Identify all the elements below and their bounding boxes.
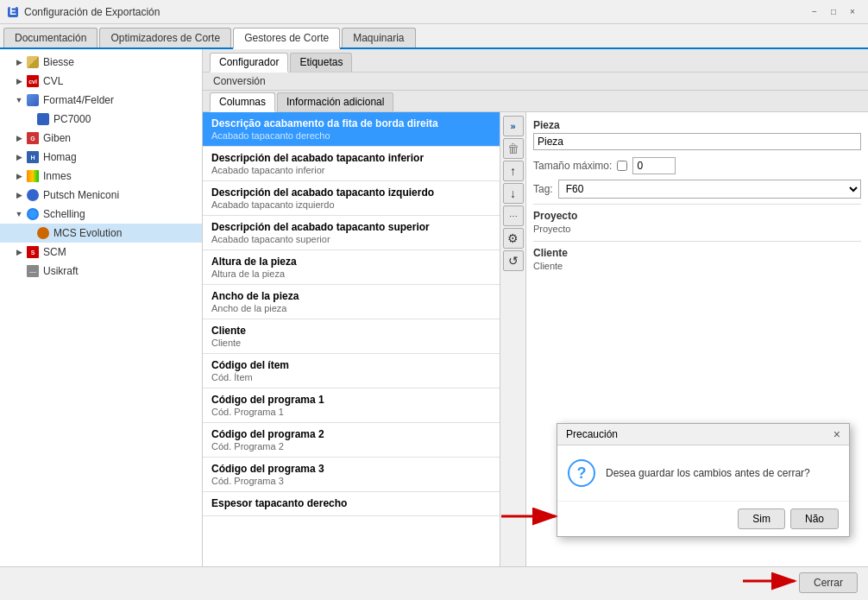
btn-settings[interactable]: ⚙ — [503, 228, 524, 249]
column-item-col9[interactable]: Código del programa 1 Cód. Programa 1 — [203, 388, 500, 423]
sidebar-label-putsch: Putsch Meniconi — [43, 189, 119, 201]
field-size-row: Tamaño máximo: — [533, 157, 861, 174]
dialog-sim-button[interactable]: Sim — [738, 508, 785, 529]
btn-delete[interactable]: 🗑 — [503, 138, 524, 159]
inner-tabs: Columnas Información adicional — [203, 91, 868, 112]
window-title: Configuración de Exportación — [24, 6, 806, 18]
sidebar-item-pc7000[interactable]: PC7000 — [0, 110, 202, 129]
format4-icon — [26, 93, 40, 107]
inner-tab-columnas[interactable]: Columnas — [210, 92, 275, 112]
dialog-close-button[interactable]: × — [833, 428, 840, 440]
sidebar-label-biesse: Biesse — [43, 56, 74, 68]
col-sub-col10: Cód. Programa 2 — [211, 441, 491, 452]
divider2 — [533, 241, 861, 242]
col-name-col11: Código del programa 3 — [211, 463, 491, 475]
column-item-col10[interactable]: Código del programa 2 Cód. Programa 2 — [203, 423, 500, 458]
field-project-row: Proyecto Proyecto — [533, 210, 861, 234]
col-name-col4: Descripción del acabado tapacanto superi… — [211, 221, 491, 233]
divider1 — [533, 204, 861, 205]
tab-maquinaria[interactable]: Maquinaria — [342, 28, 415, 47]
pc7000-icon — [36, 112, 50, 126]
btn-double-right[interactable]: » — [503, 116, 524, 136]
sidebar-label-mcs: MCS Evolution — [53, 227, 122, 239]
sidebar-item-format4[interactable]: Format4/Felder — [0, 91, 202, 110]
bottom-bar: Cerrar — [0, 566, 868, 597]
dialog-title-text: Precaución — [566, 428, 618, 440]
sidebar-item-biesse[interactable]: Biesse — [0, 53, 202, 72]
close-button[interactable]: × — [844, 3, 861, 21]
biesse-icon — [26, 55, 40, 69]
sidebar-item-giben[interactable]: G Giben — [0, 129, 202, 148]
column-item-col7[interactable]: Cliente Cliente — [203, 319, 500, 354]
action-buttons: » 🗑 ↑ ↓ ⋯ ⚙ ↺ — [500, 112, 526, 566]
dialog-nao-button[interactable]: Não — [790, 508, 839, 529]
col-sub-col2: Acabado tapacanto inferior — [211, 165, 491, 175]
btn-refresh[interactable]: ↺ — [503, 250, 524, 271]
tree-arrow-homag — [14, 153, 24, 161]
dialog: Precaución × ? Desea guardar los cambios… — [557, 423, 850, 537]
sidebar-label-usikraft: Usikraft — [43, 265, 79, 277]
homag-icon: H — [26, 150, 40, 164]
dialog-warning-icon: ? — [568, 459, 595, 487]
column-item-col11[interactable]: Código del programa 3 Cód. Programa 3 — [203, 458, 500, 492]
size-input[interactable] — [632, 157, 676, 174]
sidebar-item-putsch[interactable]: Putsch Meniconi — [0, 186, 202, 205]
sidebar-label-pc7000: PC7000 — [53, 113, 91, 125]
field-name-input[interactable] — [533, 133, 861, 150]
column-item-col2[interactable]: Descripción del acabado tapacanto inferi… — [203, 147, 500, 181]
tree-arrow-biesse — [14, 58, 24, 66]
sidebar-label-homag: Homag — [43, 151, 77, 163]
sidebar-label-inmes: Inmes — [43, 170, 72, 182]
column-item-col6[interactable]: Ancho de la pieza Ancho de la pieza — [203, 285, 500, 319]
dialog-body: ? Desea guardar los cambios antes de cer… — [557, 445, 849, 501]
sidebar-item-scm[interactable]: S SCM — [0, 243, 202, 262]
btn-down[interactable]: ↓ — [503, 183, 524, 204]
tag-label: Tag: — [533, 183, 553, 195]
column-item-col3[interactable]: Descripción del acabado tapacanto izquie… — [203, 181, 500, 216]
tab-optimizadores[interactable]: Optimizadores de Corte — [99, 28, 231, 47]
tab-documentacion[interactable]: Documentación — [3, 28, 97, 47]
tab-gestores[interactable]: Gestores de Corte — [233, 28, 340, 49]
sidebar-item-homag[interactable]: H Homag — [0, 148, 202, 167]
col-sub-col5: Altura de la pieza — [211, 268, 491, 279]
mcs-icon — [36, 226, 50, 240]
col-sub-col4: Acabado tapacanto superior — [211, 234, 491, 244]
sidebar-item-schelling[interactable]: Schelling — [0, 205, 202, 224]
close-button-bottom[interactable]: Cerrar — [799, 572, 858, 593]
dialog-buttons: Sim Não — [557, 501, 849, 536]
maximize-button[interactable]: □ — [825, 3, 842, 21]
field-name-row: Pieza — [533, 119, 861, 150]
col-name-col1: Descrição acabamento da fita de borda di… — [211, 117, 491, 129]
column-item-col1[interactable]: Descrição acabamento da fita de borda di… — [203, 112, 500, 147]
col-name-col8: Código del ítem — [211, 359, 491, 371]
col-name-col10: Código del programa 2 — [211, 428, 491, 440]
tree-arrow-schelling — [14, 210, 24, 218]
sidebar-item-inmes[interactable]: Inmes — [0, 167, 202, 186]
btn-up[interactable]: ↑ — [503, 161, 524, 181]
column-item-col12[interactable]: Espesor tapacanto derecho — [203, 492, 500, 516]
col-name-col3: Descripción del acabado tapacanto izquie… — [211, 186, 491, 199]
sidebar-label-cvl: CVL — [43, 75, 63, 87]
sub-tab-configurador[interactable]: Configurador — [210, 53, 288, 73]
col-sub-col9: Cód. Programa 1 — [211, 407, 491, 417]
minimize-button[interactable]: − — [806, 3, 823, 21]
btn-split[interactable]: ⋯ — [503, 205, 524, 226]
sidebar-item-cvl[interactable]: cvl CVL — [0, 72, 202, 91]
giben-icon: G — [26, 131, 40, 145]
col-name-col7: Cliente — [211, 325, 491, 337]
col-sub-col6: Ancho de la pieza — [211, 303, 491, 313]
column-item-col4[interactable]: Descripción del acabado tapacanto superi… — [203, 216, 500, 250]
col-name-col5: Altura de la pieza — [211, 256, 491, 268]
column-item-col8[interactable]: Código del ítem Cód. Ítem — [203, 354, 500, 388]
size-checkbox[interactable] — [617, 161, 627, 171]
col-sub-col1: Acabado tapacanto derecho — [211, 130, 491, 141]
sidebar-item-usikraft[interactable]: — Usikraft — [0, 262, 202, 281]
inner-tab-info[interactable]: Información adicional — [277, 92, 393, 111]
sidebar-item-mcs[interactable]: MCS Evolution — [0, 224, 202, 243]
column-item-col5[interactable]: Altura de la pieza Altura de la pieza — [203, 250, 500, 285]
tag-select[interactable]: F60 F50 F40 F30 — [558, 180, 861, 199]
col-sub-col11: Cód. Programa 3 — [211, 476, 491, 486]
col-sub-col7: Cliente — [211, 338, 491, 348]
sub-tab-etiquetas[interactable]: Etiquetas — [290, 53, 352, 72]
inmes-icon — [26, 169, 40, 183]
